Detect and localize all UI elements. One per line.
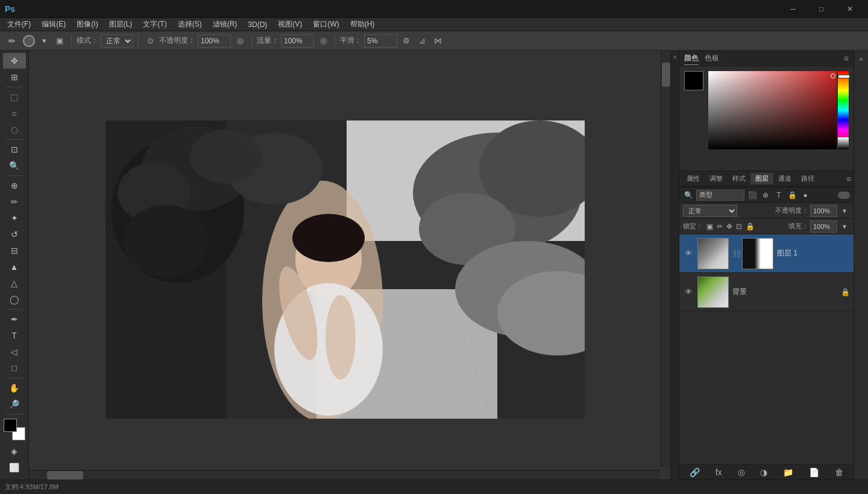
menu-item-视图[interactable]: 视图(V): [273, 18, 307, 31]
filter-adjust-icon[interactable]: ⊕: [760, 190, 771, 201]
tab-adjustments[interactable]: 调整: [705, 173, 728, 184]
opacity-arrow-icon[interactable]: ▾: [839, 205, 850, 216]
swatches-tab[interactable]: 色板: [705, 52, 719, 65]
horizontal-scrollbar[interactable]: [29, 470, 661, 480]
history-brush-tool[interactable]: ↺: [3, 227, 26, 242]
color-gradient-field[interactable]: [708, 71, 837, 149]
menu-item-图像[interactable]: 图像(I): [72, 18, 102, 31]
blur-tool[interactable]: △: [3, 275, 26, 291]
smooth-settings-icon[interactable]: ⚙: [400, 34, 413, 48]
filter-pixel-icon[interactable]: ⬛: [747, 190, 758, 201]
v-scrollbar-thumb[interactable]: [662, 63, 670, 87]
menu-item-滤镜[interactable]: 滤镜(R): [208, 18, 242, 31]
layer-visibility-toggle[interactable]: 👁: [683, 248, 694, 259]
brush-settings-icon[interactable]: ▾: [37, 34, 51, 48]
hue-slider-marker[interactable]: [838, 75, 850, 78]
layer-item[interactable]: 👁 ⛓ 图层 1: [679, 234, 854, 273]
mode-select[interactable]: 正常: [101, 34, 133, 48]
fg-color-swatch[interactable]: [684, 71, 703, 90]
menu-item-窗口[interactable]: 窗口(W): [308, 18, 344, 31]
h-scrollbar-thumb[interactable]: [47, 471, 83, 480]
quick-select-tool[interactable]: ◌: [3, 122, 26, 137]
menu-item-文字[interactable]: 文字(T): [138, 18, 171, 31]
layer-visibility-toggle[interactable]: 👁: [683, 287, 694, 298]
opacity-tablet-icon[interactable]: ⊙: [143, 34, 157, 48]
move-tool[interactable]: ✥: [3, 53, 26, 69]
color-swatches[interactable]: [4, 419, 25, 440]
symmetry-icon[interactable]: ⋈: [431, 34, 444, 48]
tab-styles[interactable]: 样式: [728, 173, 750, 184]
tab-channels[interactable]: 通道: [773, 173, 796, 184]
tab-properties[interactable]: 属性: [682, 173, 705, 184]
layer-opacity-input[interactable]: [810, 205, 837, 217]
brush-size-circle[interactable]: [23, 35, 35, 47]
fill-tool[interactable]: ▲: [3, 259, 26, 275]
add-style-button[interactable]: fx: [713, 466, 725, 478]
filter-shape-icon[interactable]: 🔒: [787, 190, 797, 201]
artboard-tool[interactable]: ⊞: [3, 69, 26, 85]
toggle-brushes-icon[interactable]: ▣: [53, 34, 66, 48]
opacity-input[interactable]: [198, 34, 231, 48]
vertical-scrollbar[interactable]: [661, 51, 670, 467]
new-group-button[interactable]: 📁: [781, 466, 796, 478]
path-select-tool[interactable]: ◁: [3, 344, 26, 360]
lock-all-icon[interactable]: 🔒: [746, 222, 755, 231]
layer-blend-mode-select[interactable]: 正常: [683, 205, 737, 217]
spot-heal-tool[interactable]: ⊕: [3, 178, 26, 193]
layers-panel-menu-icon[interactable]: ≡: [846, 174, 851, 184]
marquee-tool[interactable]: ⬚: [3, 89, 26, 105]
lock-transparent-icon[interactable]: ▣: [706, 222, 713, 231]
screen-mode-tool[interactable]: ⬜: [3, 460, 26, 475]
close-button[interactable]: ✕: [836, 0, 863, 18]
foreground-swatch[interactable]: [684, 71, 703, 149]
menu-item-编辑[interactable]: 编辑(E): [37, 18, 71, 31]
crop-tool[interactable]: ⊡: [3, 142, 26, 157]
menu-item-选择[interactable]: 选择(S): [173, 18, 207, 31]
new-fill-layer-button[interactable]: ◑: [758, 466, 770, 478]
eraser-tool[interactable]: ⊟: [3, 243, 26, 258]
collapse-panels-button[interactable]: »: [855, 53, 867, 65]
brush-tool-icon[interactable]: ✏: [4, 33, 20, 49]
layer-item[interactable]: 👁 背景 🔒: [679, 273, 854, 311]
shape-tool[interactable]: □: [3, 360, 26, 376]
lock-image-icon[interactable]: ✏: [717, 222, 723, 231]
maximize-button[interactable]: □: [808, 0, 835, 18]
menu-item-帮助[interactable]: 帮助(H): [345, 18, 380, 31]
flow-input[interactable]: [281, 34, 314, 48]
opacity-pressure-icon[interactable]: ◎: [233, 34, 247, 48]
layer-mask-thumbnail[interactable]: [742, 238, 773, 269]
link-layers-button[interactable]: 🔗: [687, 466, 702, 478]
smooth-input[interactable]: [364, 34, 397, 48]
zoom-tool[interactable]: 🔎: [3, 396, 26, 412]
brush-angle-icon[interactable]: ⊿: [415, 34, 429, 48]
lock-artboard-icon[interactable]: ⊡: [736, 222, 742, 231]
minimize-button[interactable]: ─: [779, 0, 807, 18]
filter-smart-icon[interactable]: ●: [800, 190, 811, 201]
menu-item-文件[interactable]: 文件(F): [2, 18, 36, 31]
flow-pressure-icon[interactable]: ◎: [316, 34, 330, 48]
white-black-strip[interactable]: [838, 137, 849, 149]
tab-paths[interactable]: 路径: [796, 173, 819, 184]
add-mask-button[interactable]: ◎: [735, 466, 747, 478]
color-tab[interactable]: 颜色: [684, 52, 699, 65]
quick-mask-tool[interactable]: ◈: [3, 443, 26, 459]
foreground-color[interactable]: [4, 419, 17, 432]
dodge-tool[interactable]: ◯: [3, 292, 26, 307]
color-panel-menu-icon[interactable]: ≡: [844, 54, 849, 63]
filter-toggle-switch[interactable]: [838, 192, 850, 199]
fill-arrow-icon[interactable]: ▾: [839, 221, 850, 232]
clone-stamp-tool[interactable]: ✦: [3, 210, 26, 226]
right-panel-collapse[interactable]: «: [670, 51, 679, 480]
pen-tool[interactable]: ✒: [3, 311, 26, 327]
hand-tool[interactable]: ✋: [3, 380, 26, 396]
brush-tool[interactable]: ✏: [3, 194, 26, 210]
delete-layer-button[interactable]: 🗑: [832, 466, 846, 478]
layer-chain-icon[interactable]: ⛓: [732, 249, 738, 258]
new-layer-button[interactable]: 📄: [807, 466, 822, 478]
menu-item-3D[interactable]: 3D(D): [243, 19, 272, 30]
filter-type-icon[interactable]: T: [773, 190, 784, 201]
lock-move-icon[interactable]: ✥: [726, 222, 732, 231]
eyedropper-tool[interactable]: 🔍: [3, 158, 26, 174]
type-tool[interactable]: T: [3, 328, 26, 343]
lasso-tool[interactable]: ○: [3, 105, 26, 121]
